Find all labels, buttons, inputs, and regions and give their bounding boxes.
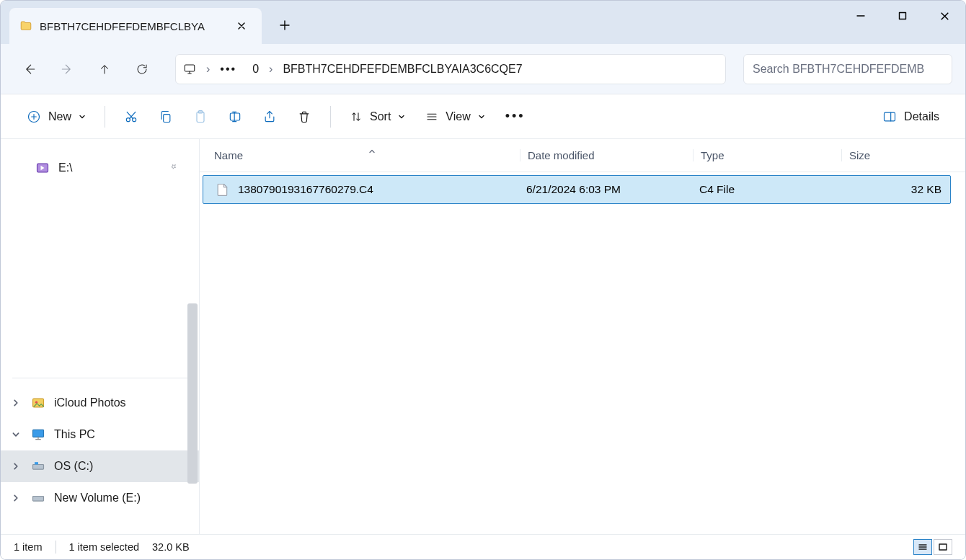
cut-button[interactable] bbox=[115, 102, 147, 131]
view-toggle-group bbox=[913, 539, 952, 555]
disk-icon bbox=[31, 459, 45, 474]
divider bbox=[105, 106, 105, 128]
svg-rect-14 bbox=[33, 465, 44, 470]
copy-icon bbox=[159, 110, 173, 124]
pin-icon[interactable] bbox=[169, 161, 179, 174]
navbar: › ••• 0 › BFBTH7CEHDFEFDEMBFCLBYAIA3C6CQ… bbox=[1, 44, 965, 94]
refresh-button[interactable] bbox=[126, 55, 158, 84]
search-placeholder: Search BFBTH7CEHDFEFDEMB bbox=[753, 63, 924, 76]
chevron-right-icon bbox=[12, 399, 20, 407]
tab-close-button[interactable] bbox=[231, 16, 252, 36]
chevron-down-icon bbox=[398, 113, 405, 120]
arrow-left-icon bbox=[22, 62, 37, 76]
svg-rect-5 bbox=[164, 114, 170, 122]
sidebar-item-new-volume[interactable]: New Volume (E:) bbox=[1, 482, 199, 514]
scrollbar-thumb[interactable] bbox=[187, 303, 198, 484]
main-area: E:\ iCloud Photos This PC OS (C:) New Vo… bbox=[1, 139, 965, 535]
delete-button[interactable] bbox=[288, 102, 320, 131]
search-input[interactable]: Search BFBTH7CEHDFEFDEMB bbox=[743, 54, 952, 84]
close-button[interactable] bbox=[923, 1, 965, 31]
details-view-toggle[interactable] bbox=[913, 539, 932, 555]
pc-icon bbox=[31, 427, 45, 442]
sidebar: E:\ iCloud Photos This PC OS (C:) New Vo… bbox=[1, 139, 200, 535]
back-button[interactable] bbox=[14, 55, 45, 84]
chevron-right-icon bbox=[12, 494, 20, 502]
new-button[interactable]: New bbox=[18, 102, 94, 131]
divider bbox=[330, 106, 331, 128]
close-icon bbox=[940, 12, 949, 21]
svg-rect-15 bbox=[35, 462, 38, 464]
grid-icon bbox=[938, 543, 948, 551]
sort-button[interactable]: Sort bbox=[341, 102, 414, 131]
view-label: View bbox=[446, 110, 470, 123]
minimize-button[interactable] bbox=[840, 1, 882, 31]
tab-title: BFBTH7CEHDFEFDEMBFCLBYA bbox=[40, 20, 205, 32]
file-icon bbox=[215, 182, 229, 197]
close-icon bbox=[237, 22, 246, 30]
sidebar-item-icloud[interactable]: iCloud Photos bbox=[1, 387, 199, 419]
file-date: 6/21/2024 6:03 PM bbox=[526, 183, 699, 196]
copy-button[interactable] bbox=[150, 102, 182, 131]
address-bar[interactable]: › ••• 0 › BFBTH7CEHDFEFDEMBFCLBYAIA3C6CQ… bbox=[175, 54, 726, 84]
sidebar-item-thispc[interactable]: This PC bbox=[1, 419, 199, 450]
ellipsis-icon: ••• bbox=[505, 109, 526, 124]
folder-icon bbox=[19, 19, 32, 32]
new-tab-button[interactable] bbox=[270, 11, 299, 40]
new-icon bbox=[27, 110, 41, 124]
more-icon[interactable]: ••• bbox=[220, 63, 236, 76]
up-button[interactable] bbox=[89, 55, 120, 84]
maximize-button[interactable] bbox=[882, 1, 923, 31]
cut-icon bbox=[124, 110, 138, 124]
delete-icon bbox=[297, 110, 311, 124]
share-button[interactable] bbox=[254, 102, 285, 131]
chevron-right-icon: › bbox=[202, 63, 214, 76]
details-label: Details bbox=[904, 110, 939, 123]
window-controls bbox=[840, 1, 965, 31]
sidebar-item-label: E:\ bbox=[58, 161, 73, 174]
svg-point-12 bbox=[35, 401, 37, 404]
file-size: 32 KB bbox=[849, 183, 950, 196]
drive-icon bbox=[35, 161, 50, 175]
sidebar-item-quick[interactable]: E:\ bbox=[1, 152, 199, 184]
divider bbox=[56, 541, 56, 554]
breadcrumb-folder[interactable]: BFBTH7CEHDFEFDEMBFCLBYAIA3C6CQE7 bbox=[283, 63, 522, 76]
file-area: Name Date modified Type Size 13807901931… bbox=[200, 139, 965, 535]
sidebar-item-label: This PC bbox=[54, 428, 95, 441]
paste-button[interactable] bbox=[185, 102, 216, 131]
plus-icon bbox=[280, 20, 290, 30]
details-pane-button[interactable]: Details bbox=[874, 102, 948, 131]
rename-button[interactable] bbox=[219, 102, 251, 131]
toolbar: New Sort View ••• Details bbox=[1, 94, 965, 139]
arrow-right-icon bbox=[60, 62, 74, 76]
svg-rect-8 bbox=[230, 113, 239, 120]
view-icon bbox=[425, 110, 438, 123]
paste-icon bbox=[193, 110, 208, 124]
sidebar-item-label: iCloud Photos bbox=[54, 396, 126, 409]
chevron-right-icon: › bbox=[265, 63, 277, 76]
view-button[interactable]: View bbox=[417, 102, 493, 131]
sidebar-item-label: OS (C:) bbox=[54, 460, 93, 473]
column-name[interactable]: Name bbox=[214, 149, 520, 161]
thumbnail-view-toggle[interactable] bbox=[934, 539, 952, 555]
arrow-up-icon bbox=[98, 63, 111, 76]
tab-active[interactable]: BFBTH7CEHDFEFDEMBFCLBYA bbox=[9, 8, 262, 44]
share-icon bbox=[262, 110, 277, 124]
column-size[interactable]: Size bbox=[841, 149, 965, 161]
column-date[interactable]: Date modified bbox=[520, 149, 693, 161]
chevron-down-icon bbox=[12, 430, 20, 439]
forward-button[interactable] bbox=[51, 55, 83, 84]
chevron-down-icon bbox=[478, 113, 485, 120]
svg-rect-16 bbox=[33, 497, 44, 502]
minimize-icon bbox=[856, 12, 865, 20]
column-type[interactable]: Type bbox=[693, 149, 841, 161]
more-button[interactable]: ••• bbox=[497, 102, 534, 131]
status-count: 1 item bbox=[14, 541, 43, 553]
rename-icon bbox=[228, 110, 242, 124]
breadcrumb-drive[interactable]: 0 bbox=[252, 63, 259, 76]
details-pane-icon bbox=[882, 110, 897, 124]
chevron-down-icon bbox=[79, 113, 86, 120]
sidebar-item-os-c[interactable]: OS (C:) bbox=[1, 450, 199, 482]
disk-icon bbox=[31, 491, 45, 505]
sort-indicator-icon bbox=[368, 145, 376, 157]
file-row[interactable]: 1380790193167760279.C4 6/21/2024 6:03 PM… bbox=[203, 175, 951, 204]
